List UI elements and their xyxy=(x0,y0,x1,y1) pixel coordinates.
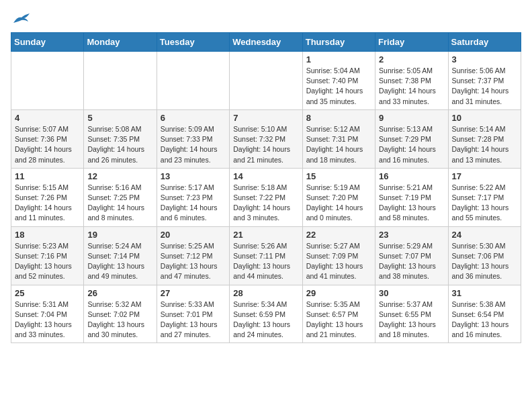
calendar-cell: 30Sunrise: 5:37 AM Sunset: 6:55 PM Dayli… xyxy=(375,285,448,343)
day-info: Sunrise: 5:27 AM Sunset: 7:09 PM Dayligh… xyxy=(306,241,371,282)
calendar-cell xyxy=(157,52,229,110)
calendar-cell: 29Sunrise: 5:35 AM Sunset: 6:57 PM Dayli… xyxy=(302,285,375,343)
day-number: 18 xyxy=(15,230,80,240)
day-info: Sunrise: 5:16 AM Sunset: 7:25 PM Dayligh… xyxy=(87,183,152,224)
day-info: Sunrise: 5:32 AM Sunset: 7:02 PM Dayligh… xyxy=(87,300,152,340)
day-number: 12 xyxy=(87,171,152,181)
day-number: 15 xyxy=(306,171,371,181)
day-number: 29 xyxy=(306,288,371,298)
calendar-header-saturday: Saturday xyxy=(448,33,521,52)
calendar-header-row: SundayMondayTuesdayWednesdayThursdayFrid… xyxy=(11,33,521,52)
calendar-cell xyxy=(84,52,157,110)
calendar-cell: 14Sunrise: 5:18 AM Sunset: 7:22 PM Dayli… xyxy=(230,168,302,226)
day-number: 1 xyxy=(306,54,371,64)
day-number: 11 xyxy=(15,171,80,181)
day-number: 22 xyxy=(306,230,371,240)
day-info: Sunrise: 5:15 AM Sunset: 7:26 PM Dayligh… xyxy=(15,183,80,224)
calendar-cell: 1Sunrise: 5:04 AM Sunset: 7:40 PM Daylig… xyxy=(302,52,375,110)
day-info: Sunrise: 5:18 AM Sunset: 7:22 PM Dayligh… xyxy=(233,183,298,224)
day-number: 3 xyxy=(452,54,517,64)
day-number: 17 xyxy=(452,171,517,181)
day-info: Sunrise: 5:25 AM Sunset: 7:12 PM Dayligh… xyxy=(161,241,226,282)
day-number: 26 xyxy=(87,288,152,298)
calendar-cell: 7Sunrise: 5:10 AM Sunset: 7:32 PM Daylig… xyxy=(230,109,302,168)
day-info: Sunrise: 5:31 AM Sunset: 7:04 PM Dayligh… xyxy=(15,300,80,340)
calendar-cell: 15Sunrise: 5:19 AM Sunset: 7:20 PM Dayli… xyxy=(302,168,375,226)
logo xyxy=(11,11,31,26)
calendar-cell: 19Sunrise: 5:24 AM Sunset: 7:14 PM Dayli… xyxy=(84,226,157,285)
calendar-header-thursday: Thursday xyxy=(302,33,375,52)
day-info: Sunrise: 5:13 AM Sunset: 7:29 PM Dayligh… xyxy=(379,124,444,165)
day-number: 25 xyxy=(15,288,80,298)
calendar-header-wednesday: Wednesday xyxy=(230,33,302,52)
calendar-cell: 21Sunrise: 5:26 AM Sunset: 7:11 PM Dayli… xyxy=(230,226,302,285)
calendar-header-tuesday: Tuesday xyxy=(157,33,229,52)
day-number: 24 xyxy=(452,230,517,240)
day-number: 9 xyxy=(379,113,444,123)
calendar-cell: 26Sunrise: 5:32 AM Sunset: 7:02 PM Dayli… xyxy=(84,285,157,343)
day-number: 2 xyxy=(379,54,444,64)
day-number: 7 xyxy=(233,113,298,123)
calendar-cell: 10Sunrise: 5:14 AM Sunset: 7:28 PM Dayli… xyxy=(448,109,521,168)
day-number: 23 xyxy=(379,230,444,240)
calendar-cell: 31Sunrise: 5:38 AM Sunset: 6:54 PM Dayli… xyxy=(448,285,521,343)
day-info: Sunrise: 5:34 AM Sunset: 6:59 PM Dayligh… xyxy=(233,300,298,340)
day-number: 27 xyxy=(161,288,226,298)
day-info: Sunrise: 5:12 AM Sunset: 7:31 PM Dayligh… xyxy=(306,124,371,165)
day-info: Sunrise: 5:26 AM Sunset: 7:11 PM Dayligh… xyxy=(233,241,298,282)
calendar-cell: 13Sunrise: 5:17 AM Sunset: 7:23 PM Dayli… xyxy=(157,168,229,226)
day-info: Sunrise: 5:06 AM Sunset: 7:37 PM Dayligh… xyxy=(452,66,517,107)
day-info: Sunrise: 5:23 AM Sunset: 7:16 PM Dayligh… xyxy=(15,241,80,282)
day-number: 5 xyxy=(87,113,152,123)
day-info: Sunrise: 5:04 AM Sunset: 7:40 PM Dayligh… xyxy=(306,66,371,107)
day-info: Sunrise: 5:19 AM Sunset: 7:20 PM Dayligh… xyxy=(306,183,371,224)
day-info: Sunrise: 5:17 AM Sunset: 7:23 PM Dayligh… xyxy=(161,183,226,224)
calendar-header-monday: Monday xyxy=(84,33,157,52)
day-number: 31 xyxy=(452,288,517,298)
day-number: 16 xyxy=(379,171,444,181)
calendar-cell: 2Sunrise: 5:05 AM Sunset: 7:38 PM Daylig… xyxy=(375,52,448,110)
day-info: Sunrise: 5:22 AM Sunset: 7:17 PM Dayligh… xyxy=(452,183,517,224)
day-number: 30 xyxy=(379,288,444,298)
day-info: Sunrise: 5:24 AM Sunset: 7:14 PM Dayligh… xyxy=(87,241,152,282)
day-info: Sunrise: 5:30 AM Sunset: 7:06 PM Dayligh… xyxy=(452,241,517,282)
calendar-cell: 6Sunrise: 5:09 AM Sunset: 7:33 PM Daylig… xyxy=(157,109,229,168)
day-info: Sunrise: 5:09 AM Sunset: 7:33 PM Dayligh… xyxy=(161,124,226,165)
calendar-week-2: 4Sunrise: 5:07 AM Sunset: 7:36 PM Daylig… xyxy=(11,109,521,168)
day-number: 20 xyxy=(161,230,226,240)
calendar-cell: 20Sunrise: 5:25 AM Sunset: 7:12 PM Dayli… xyxy=(157,226,229,285)
calendar-cell: 27Sunrise: 5:33 AM Sunset: 7:01 PM Dayli… xyxy=(157,285,229,343)
calendar-cell: 18Sunrise: 5:23 AM Sunset: 7:16 PM Dayli… xyxy=(11,226,84,285)
day-number: 28 xyxy=(233,288,298,298)
calendar-cell: 3Sunrise: 5:06 AM Sunset: 7:37 PM Daylig… xyxy=(448,52,521,110)
day-number: 19 xyxy=(87,230,152,240)
calendar-cell: 17Sunrise: 5:22 AM Sunset: 7:17 PM Dayli… xyxy=(448,168,521,226)
calendar-week-3: 11Sunrise: 5:15 AM Sunset: 7:26 PM Dayli… xyxy=(11,168,521,226)
calendar-cell: 4Sunrise: 5:07 AM Sunset: 7:36 PM Daylig… xyxy=(11,109,84,168)
calendar-cell: 11Sunrise: 5:15 AM Sunset: 7:26 PM Dayli… xyxy=(11,168,84,226)
calendar-cell xyxy=(230,52,302,110)
calendar-cell: 25Sunrise: 5:31 AM Sunset: 7:04 PM Dayli… xyxy=(11,285,84,343)
calendar-week-4: 18Sunrise: 5:23 AM Sunset: 7:16 PM Dayli… xyxy=(11,226,521,285)
day-info: Sunrise: 5:21 AM Sunset: 7:19 PM Dayligh… xyxy=(379,183,444,224)
calendar-cell: 8Sunrise: 5:12 AM Sunset: 7:31 PM Daylig… xyxy=(302,109,375,168)
calendar-week-5: 25Sunrise: 5:31 AM Sunset: 7:04 PM Dayli… xyxy=(11,285,521,343)
day-info: Sunrise: 5:14 AM Sunset: 7:28 PM Dayligh… xyxy=(452,124,517,165)
calendar-header-friday: Friday xyxy=(375,33,448,52)
day-number: 13 xyxy=(161,171,226,181)
day-number: 6 xyxy=(161,113,226,123)
calendar-cell: 28Sunrise: 5:34 AM Sunset: 6:59 PM Dayli… xyxy=(230,285,302,343)
calendar-cell: 12Sunrise: 5:16 AM Sunset: 7:25 PM Dayli… xyxy=(84,168,157,226)
day-number: 21 xyxy=(233,230,298,240)
day-number: 10 xyxy=(452,113,517,123)
calendar-cell xyxy=(11,52,84,110)
day-number: 4 xyxy=(15,113,80,123)
day-number: 14 xyxy=(233,171,298,181)
calendar-cell: 5Sunrise: 5:08 AM Sunset: 7:35 PM Daylig… xyxy=(84,109,157,168)
page-header xyxy=(11,11,521,26)
day-info: Sunrise: 5:33 AM Sunset: 7:01 PM Dayligh… xyxy=(161,300,226,340)
day-number: 8 xyxy=(306,113,371,123)
day-info: Sunrise: 5:37 AM Sunset: 6:55 PM Dayligh… xyxy=(379,300,444,340)
calendar-week-1: 1Sunrise: 5:04 AM Sunset: 7:40 PM Daylig… xyxy=(11,52,521,110)
calendar-cell: 9Sunrise: 5:13 AM Sunset: 7:29 PM Daylig… xyxy=(375,109,448,168)
